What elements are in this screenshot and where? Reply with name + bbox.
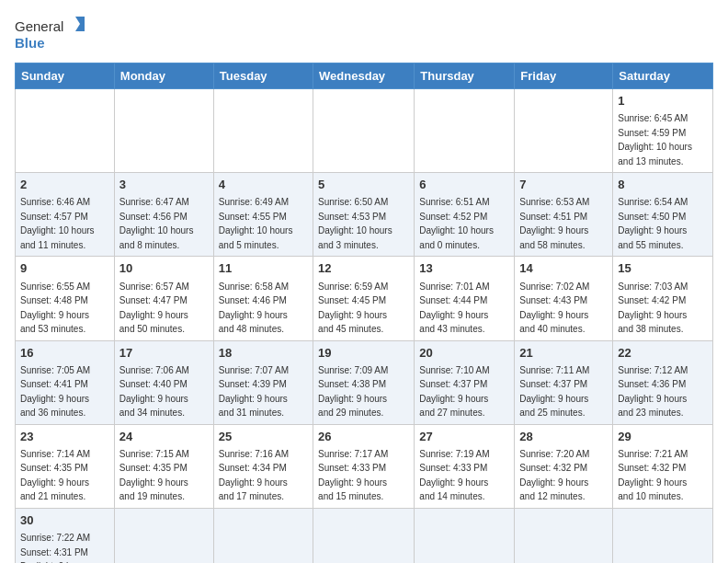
calendar-cell: 28Sunrise: 7:20 AMSunset: 4:32 PMDayligh… xyxy=(515,424,613,508)
calendar-cell xyxy=(313,508,415,563)
day-info: Sunrise: 7:11 AMSunset: 4:37 PMDaylight:… xyxy=(519,365,589,419)
calendar-cell xyxy=(213,508,313,563)
weekday-header-thursday: Thursday xyxy=(415,63,515,89)
calendar-week-6: 30Sunrise: 7:22 AMSunset: 4:31 PMDayligh… xyxy=(16,508,713,563)
calendar-cell: 4Sunrise: 6:49 AMSunset: 4:55 PMDaylight… xyxy=(213,173,313,257)
day-number: 5 xyxy=(318,177,409,193)
calendar-cell: 24Sunrise: 7:15 AMSunset: 4:35 PMDayligh… xyxy=(114,424,213,508)
weekday-header-tuesday: Tuesday xyxy=(213,63,313,89)
calendar-table: SundayMondayTuesdayWednesdayThursdayFrid… xyxy=(15,63,713,563)
day-info: Sunrise: 6:58 AMSunset: 4:46 PMDaylight:… xyxy=(219,282,289,335)
logo: General Blue xyxy=(15,15,88,53)
day-number: 23 xyxy=(20,429,109,445)
day-info: Sunrise: 7:07 AMSunset: 4:39 PMDaylight:… xyxy=(219,365,289,419)
day-number: 30 xyxy=(20,512,109,529)
day-number: 1 xyxy=(618,93,708,109)
day-number: 26 xyxy=(318,429,409,445)
calendar-cell: 20Sunrise: 7:10 AMSunset: 4:37 PMDayligh… xyxy=(415,340,515,424)
day-info: Sunrise: 7:15 AMSunset: 4:35 PMDaylight:… xyxy=(119,449,189,502)
calendar-cell: 26Sunrise: 7:17 AMSunset: 4:33 PMDayligh… xyxy=(313,424,415,508)
calendar-cell: 16Sunrise: 7:05 AMSunset: 4:41 PMDayligh… xyxy=(16,340,115,424)
page-header: General Blue xyxy=(15,15,713,53)
calendar-cell: 10Sunrise: 6:57 AMSunset: 4:47 PMDayligh… xyxy=(114,257,213,340)
calendar-cell: 19Sunrise: 7:09 AMSunset: 4:38 PMDayligh… xyxy=(313,340,415,424)
day-info: Sunrise: 6:59 AMSunset: 4:45 PMDaylight:… xyxy=(318,282,388,335)
calendar-cell: 25Sunrise: 7:16 AMSunset: 4:34 PMDayligh… xyxy=(213,424,313,508)
day-info: Sunrise: 7:05 AMSunset: 4:41 PMDaylight:… xyxy=(20,365,90,419)
day-number: 16 xyxy=(20,345,109,362)
day-info: Sunrise: 6:49 AMSunset: 4:55 PMDaylight:… xyxy=(219,197,293,250)
day-info: Sunrise: 7:16 AMSunset: 4:34 PMDaylight:… xyxy=(219,449,289,502)
day-info: Sunrise: 7:01 AMSunset: 4:44 PMDaylight:… xyxy=(419,282,489,335)
day-info: Sunrise: 7:19 AMSunset: 4:33 PMDaylight:… xyxy=(419,449,489,502)
calendar-week-1: 1Sunrise: 6:45 AMSunset: 4:59 PMDaylight… xyxy=(16,89,713,173)
weekday-header-saturday: Saturday xyxy=(613,63,713,89)
calendar-cell xyxy=(415,89,515,173)
day-number: 24 xyxy=(119,429,209,445)
calendar-week-4: 16Sunrise: 7:05 AMSunset: 4:41 PMDayligh… xyxy=(16,340,713,424)
calendar-cell xyxy=(515,89,613,173)
day-info: Sunrise: 7:14 AMSunset: 4:35 PMDaylight:… xyxy=(20,449,90,502)
day-number: 2 xyxy=(20,177,109,193)
day-number: 12 xyxy=(318,260,409,277)
day-number: 19 xyxy=(318,345,409,362)
day-info: Sunrise: 7:12 AMSunset: 4:36 PMDaylight:… xyxy=(618,365,688,419)
calendar-cell: 1Sunrise: 6:45 AMSunset: 4:59 PMDaylight… xyxy=(613,89,713,173)
calendar-week-5: 23Sunrise: 7:14 AMSunset: 4:35 PMDayligh… xyxy=(16,424,713,508)
calendar-cell xyxy=(515,508,613,563)
calendar-cell: 9Sunrise: 6:55 AMSunset: 4:48 PMDaylight… xyxy=(16,257,115,340)
day-info: Sunrise: 7:10 AMSunset: 4:37 PMDaylight:… xyxy=(419,365,489,419)
calendar-cell: 14Sunrise: 7:02 AMSunset: 4:43 PMDayligh… xyxy=(515,257,613,340)
calendar-cell: 15Sunrise: 7:03 AMSunset: 4:42 PMDayligh… xyxy=(613,257,713,340)
calendar-cell xyxy=(114,89,213,173)
calendar-week-3: 9Sunrise: 6:55 AMSunset: 4:48 PMDaylight… xyxy=(16,257,713,340)
calendar-cell: 12Sunrise: 6:59 AMSunset: 4:45 PMDayligh… xyxy=(313,257,415,340)
calendar-cell xyxy=(16,89,115,173)
day-number: 7 xyxy=(519,177,608,193)
calendar-cell: 7Sunrise: 6:53 AMSunset: 4:51 PMDaylight… xyxy=(515,173,613,257)
calendar-cell: 5Sunrise: 6:50 AMSunset: 4:53 PMDaylight… xyxy=(313,173,415,257)
day-number: 22 xyxy=(618,345,708,362)
calendar-cell xyxy=(415,508,515,563)
day-number: 6 xyxy=(419,177,509,193)
calendar-cell: 27Sunrise: 7:19 AMSunset: 4:33 PMDayligh… xyxy=(415,424,515,508)
svg-text:Blue: Blue xyxy=(15,35,45,51)
calendar-cell: 23Sunrise: 7:14 AMSunset: 4:35 PMDayligh… xyxy=(16,424,115,508)
day-info: Sunrise: 6:46 AMSunset: 4:57 PMDaylight:… xyxy=(20,197,95,250)
calendar-cell: 22Sunrise: 7:12 AMSunset: 4:36 PMDayligh… xyxy=(613,340,713,424)
calendar-cell: 17Sunrise: 7:06 AMSunset: 4:40 PMDayligh… xyxy=(114,340,213,424)
weekday-header-monday: Monday xyxy=(114,63,213,89)
day-number: 28 xyxy=(519,429,608,445)
day-number: 3 xyxy=(119,177,209,193)
day-info: Sunrise: 6:50 AMSunset: 4:53 PMDaylight:… xyxy=(318,197,392,250)
day-info: Sunrise: 7:20 AMSunset: 4:32 PMDaylight:… xyxy=(519,449,589,502)
day-number: 20 xyxy=(419,345,509,362)
day-info: Sunrise: 6:55 AMSunset: 4:48 PMDaylight:… xyxy=(20,282,90,335)
day-info: Sunrise: 7:21 AMSunset: 4:32 PMDaylight:… xyxy=(618,449,688,502)
day-number: 27 xyxy=(419,429,509,445)
calendar-cell: 30Sunrise: 7:22 AMSunset: 4:31 PMDayligh… xyxy=(16,508,115,563)
day-number: 21 xyxy=(519,345,608,362)
day-number: 13 xyxy=(419,260,509,277)
calendar-cell: 29Sunrise: 7:21 AMSunset: 4:32 PMDayligh… xyxy=(613,424,713,508)
day-info: Sunrise: 6:45 AMSunset: 4:59 PMDaylight:… xyxy=(618,113,692,167)
calendar-cell: 6Sunrise: 6:51 AMSunset: 4:52 PMDaylight… xyxy=(415,173,515,257)
svg-marker-2 xyxy=(75,17,85,31)
calendar-cell: 11Sunrise: 6:58 AMSunset: 4:46 PMDayligh… xyxy=(213,257,313,340)
svg-text:General: General xyxy=(15,18,63,34)
calendar-cell: 2Sunrise: 6:46 AMSunset: 4:57 PMDaylight… xyxy=(16,173,115,257)
day-info: Sunrise: 7:22 AMSunset: 4:31 PMDaylight:… xyxy=(20,533,90,563)
weekday-header-friday: Friday xyxy=(515,63,613,89)
day-number: 8 xyxy=(618,177,708,193)
weekday-header-wednesday: Wednesday xyxy=(313,63,415,89)
day-info: Sunrise: 7:09 AMSunset: 4:38 PMDaylight:… xyxy=(318,365,388,419)
day-number: 9 xyxy=(20,260,109,277)
day-info: Sunrise: 6:57 AMSunset: 4:47 PMDaylight:… xyxy=(119,282,189,335)
calendar-cell xyxy=(213,89,313,173)
calendar-cell: 13Sunrise: 7:01 AMSunset: 4:44 PMDayligh… xyxy=(415,257,515,340)
day-info: Sunrise: 7:17 AMSunset: 4:33 PMDaylight:… xyxy=(318,449,388,502)
day-number: 29 xyxy=(618,429,708,445)
calendar-cell: 21Sunrise: 7:11 AMSunset: 4:37 PMDayligh… xyxy=(515,340,613,424)
weekday-header-sunday: Sunday xyxy=(16,63,115,89)
calendar-cell xyxy=(313,89,415,173)
